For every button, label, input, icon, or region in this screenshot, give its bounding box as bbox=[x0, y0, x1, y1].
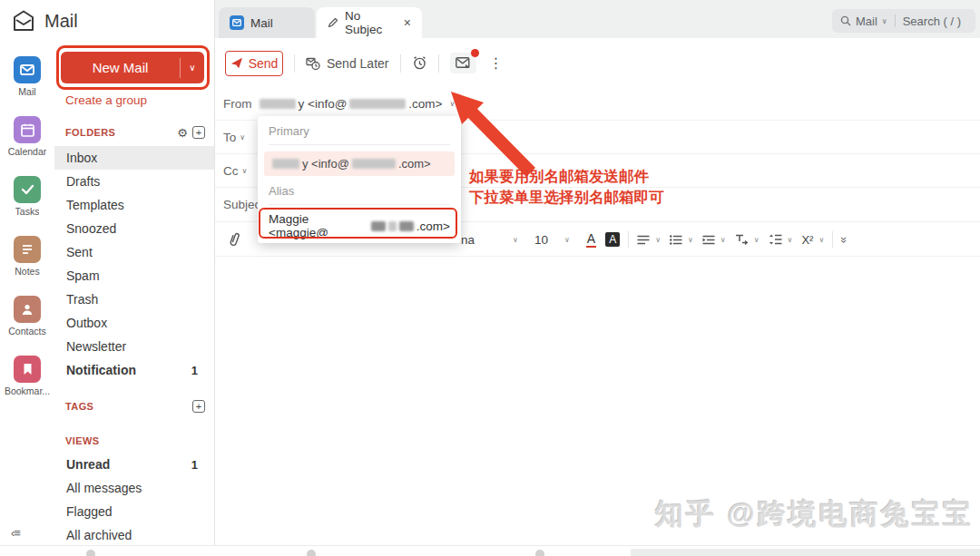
cc-label: Cc bbox=[223, 164, 239, 178]
folder-item-trash[interactable]: Trash bbox=[54, 288, 214, 311]
search-scope[interactable]: Mail bbox=[856, 15, 877, 28]
send-later-clock-icon bbox=[306, 56, 320, 71]
folder-settings-gear-icon[interactable]: ⚙ bbox=[177, 127, 188, 139]
tags-header-row: TAGS + bbox=[65, 400, 205, 413]
mail-tab-icon bbox=[230, 15, 244, 30]
view-item-unread[interactable]: Unread 1 bbox=[54, 453, 214, 476]
tags-header: TAGS bbox=[65, 401, 93, 412]
views-header-row: VIEWS bbox=[65, 435, 205, 446]
indent-button[interactable]: ∨ bbox=[702, 235, 726, 245]
send-button[interactable]: Send bbox=[225, 51, 283, 76]
attachment-paperclip-icon[interactable] bbox=[228, 231, 241, 248]
redacted-alias-domain-3 bbox=[399, 221, 413, 231]
add-tag-icon[interactable]: + bbox=[192, 400, 205, 413]
line-spacing-button[interactable]: ∨ bbox=[769, 234, 793, 245]
folder-panel: New Mail ∨ Create a group FOLDERS ⚙ + In… bbox=[54, 0, 214, 556]
folder-item-sent[interactable]: Sent bbox=[54, 240, 214, 264]
font-family-select[interactable]: na ∨ bbox=[461, 233, 518, 247]
pencil-icon bbox=[328, 17, 338, 28]
app-rail: Mail Calendar Tasks Notes Contacts bbox=[0, 0, 54, 556]
from-caret-icon[interactable]: ∨ bbox=[450, 100, 456, 108]
rail-item-contacts[interactable]: Contacts bbox=[0, 296, 54, 337]
highlight-color-button[interactable]: A bbox=[605, 232, 620, 247]
redacted-from-domain bbox=[349, 99, 406, 109]
search-scope-caret-icon: ∨ bbox=[882, 17, 887, 25]
rail-item-mail[interactable]: Mail bbox=[0, 56, 54, 97]
views-list: Unread 1 All messages Flagged All archiv… bbox=[54, 453, 214, 547]
from-value[interactable]: y <info@ .com> ∨ bbox=[260, 97, 456, 111]
tab-compose[interactable]: No Subjec × bbox=[317, 7, 422, 38]
redacted-from-name bbox=[260, 99, 296, 109]
faint-footer-icon-3 bbox=[535, 550, 544, 556]
faint-footer-icon-1 bbox=[86, 550, 95, 556]
align-button[interactable]: ∨ bbox=[637, 235, 661, 245]
app-title: Mail bbox=[44, 11, 78, 32]
new-mail-button[interactable]: New Mail ∨ bbox=[61, 52, 204, 83]
folder-item-drafts[interactable]: Drafts bbox=[54, 170, 214, 193]
mail-options-envelope-icon[interactable] bbox=[450, 53, 476, 73]
search-icon bbox=[840, 15, 851, 26]
superscript-button[interactable]: X² ∨ bbox=[801, 233, 824, 247]
tab-strip: Mail No Subjec × Mail ∨ Search ( / ) bbox=[215, 0, 980, 38]
view-item-all-archived[interactable]: All archived bbox=[54, 523, 214, 547]
calendar-app-icon bbox=[14, 116, 41, 143]
folder-item-spam[interactable]: Spam bbox=[54, 264, 214, 288]
mail-logo-icon bbox=[11, 9, 36, 33]
search-input[interactable]: Mail ∨ Search ( / ) bbox=[832, 9, 975, 33]
folder-item-outbox[interactable]: Outbox bbox=[54, 311, 214, 335]
folder-item-snoozed[interactable]: Snoozed bbox=[54, 217, 214, 240]
notification-dot bbox=[471, 49, 479, 57]
new-mail-caret-icon[interactable]: ∨ bbox=[181, 63, 204, 73]
rail-item-calendar[interactable]: Calendar bbox=[0, 116, 54, 157]
rail-item-tasks[interactable]: Tasks bbox=[0, 176, 54, 217]
folders-header-row: FOLDERS ⚙ + bbox=[65, 126, 205, 139]
bullet-list-button[interactable]: ∨ bbox=[670, 235, 693, 245]
cc-caret-icon[interactable]: ∨ bbox=[242, 167, 248, 175]
folder-list: Inbox Drafts Templates Snoozed Sent Spam… bbox=[54, 146, 214, 382]
redacted-primary-domain bbox=[352, 159, 396, 169]
search-placeholder: Search ( / ) bbox=[903, 15, 961, 28]
add-folder-icon[interactable]: + bbox=[192, 126, 205, 139]
notes-app-icon bbox=[14, 236, 41, 263]
unread-view-count: 1 bbox=[191, 458, 198, 472]
unread-count-badge: 1 bbox=[191, 364, 198, 377]
folder-item-inbox[interactable]: Inbox bbox=[54, 146, 214, 170]
compose-toolbar: Send Send Later ⋮ bbox=[215, 38, 980, 88]
rail-item-notes[interactable]: Notes bbox=[0, 236, 54, 277]
dropdown-primary-header: Primary bbox=[269, 124, 450, 145]
reminder-alarm-icon[interactable] bbox=[412, 55, 427, 71]
view-item-all-messages[interactable]: All messages bbox=[54, 476, 214, 500]
send-later-button[interactable]: Send Later bbox=[306, 56, 389, 71]
contacts-app-icon bbox=[14, 296, 41, 323]
more-options-icon[interactable]: ⋮ bbox=[489, 54, 504, 72]
text-direction-button[interactable]: ∨ bbox=[735, 234, 760, 245]
tab-mail[interactable]: Mail bbox=[219, 7, 315, 38]
more-formatting-icon[interactable]: » bbox=[838, 236, 851, 242]
annotation-line-1: 如果要用别名邮箱发送邮件 bbox=[469, 166, 664, 187]
font-color-button[interactable]: A bbox=[586, 232, 596, 248]
watermark: 知乎 @跨境电商兔宝宝 bbox=[655, 495, 974, 533]
bottom-strip bbox=[0, 545, 980, 556]
tasks-app-icon bbox=[14, 176, 41, 203]
to-caret-icon[interactable]: ∨ bbox=[240, 133, 245, 141]
from-address-dropdown: Primary y <info@ .com> Alias Maggie <mag… bbox=[258, 116, 461, 243]
folder-item-templates[interactable]: Templates bbox=[54, 193, 214, 217]
redacted-primary-name bbox=[272, 159, 299, 169]
annotation-line-2: 下拉菜单里选择别名邮箱即可 bbox=[469, 187, 664, 208]
main-area: Mail No Subjec × Mail ∨ Search ( / ) Sen… bbox=[214, 0, 980, 556]
view-item-flagged[interactable]: Flagged bbox=[54, 500, 214, 523]
create-group-link[interactable]: Create a group bbox=[65, 93, 147, 107]
format-toolbar: na ∨ 10 ∨ A A ∨ ∨ ∨ bbox=[461, 222, 848, 257]
dropdown-alias-item[interactable]: Maggie <maggie@ .com> bbox=[258, 205, 461, 239]
collapse-sidebar-icon[interactable]: ‹≡ bbox=[11, 526, 20, 540]
close-tab-icon[interactable]: × bbox=[404, 15, 411, 30]
faint-footer-icon-2 bbox=[307, 550, 316, 556]
to-label: To bbox=[223, 131, 236, 144]
font-size-select[interactable]: 10 ∨ bbox=[534, 233, 570, 247]
redacted-alias-domain-1 bbox=[371, 221, 385, 231]
annotation-text: 如果要用别名邮箱发送邮件 下拉菜单里选择别名邮箱即可 bbox=[469, 166, 664, 208]
rail-item-bookmarks[interactable]: Bookmar... bbox=[0, 356, 54, 396]
folder-item-notification[interactable]: Notification 1 bbox=[54, 358, 214, 382]
folder-item-newsletter[interactable]: Newsletter bbox=[54, 335, 214, 358]
dropdown-primary-item[interactable]: y <info@ .com> bbox=[264, 151, 455, 176]
